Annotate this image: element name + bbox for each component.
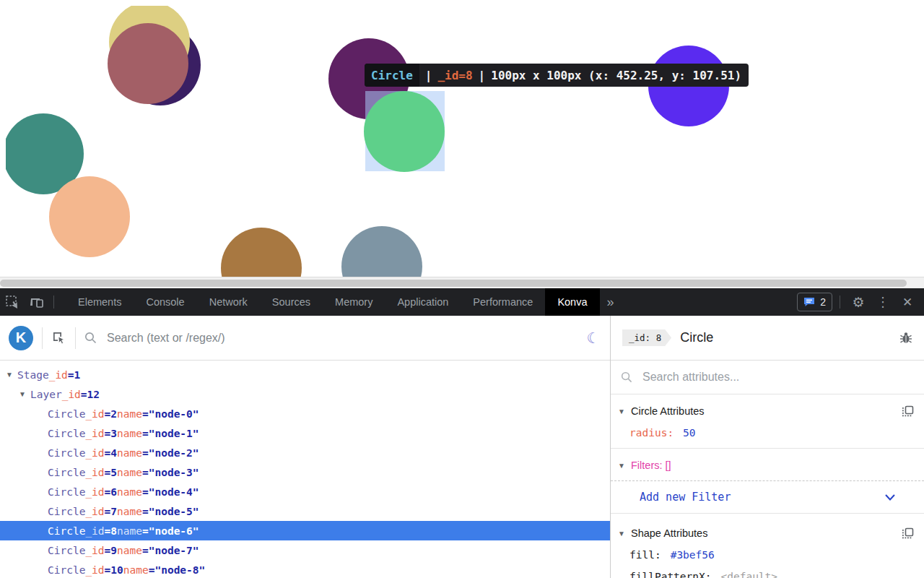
device-toolbar-icon[interactable]	[25, 288, 49, 316]
node-attr-value: ="node-3"	[142, 467, 199, 478]
inspect-element-icon[interactable]	[0, 288, 25, 316]
node-tag: Circle	[48, 564, 85, 576]
more-tabs-button[interactable]: »	[600, 295, 620, 310]
kebab-menu-icon[interactable]: ⋮	[872, 291, 894, 313]
details-header: _id: 8 Circle	[611, 316, 924, 361]
tab-konva[interactable]: Konva	[545, 288, 599, 316]
circle-attributes-header[interactable]: ▼ Circle Attributes	[611, 400, 924, 422]
tree-search-input[interactable]	[105, 331, 578, 345]
tab-elements[interactable]: Elements	[66, 288, 134, 316]
tree-node-circle-7[interactable]: Circle _id=7 name="node-5"	[0, 501, 610, 521]
node-attr-name: _id	[85, 564, 104, 576]
attribute-value[interactable]: 50	[683, 427, 695, 439]
konva-panel: K ☾ ▼Stage _id=1▼Layer _id=12Circle _id=…	[0, 316, 924, 578]
highlight-node-icon[interactable]	[902, 405, 914, 418]
disclosure-triangle-icon[interactable]: ▼	[19, 390, 30, 398]
node-tag: Circle	[48, 447, 85, 459]
node-attr-value: ="node-4"	[142, 486, 199, 498]
tree-node-circle-8[interactable]: Circle _id=8 name="node-6"	[0, 521, 610, 540]
circle-green-selected[interactable]	[364, 91, 445, 172]
filters-section: ▼ Filters: []	[611, 449, 924, 481]
tree-node-circle-6[interactable]: Circle _id=6 name="node-4"	[0, 482, 610, 501]
tree-node-circle-9[interactable]: Circle _id=9 name="node-7"	[0, 540, 610, 560]
konva-logo: K	[9, 326, 33, 350]
attribute-search-input[interactable]	[641, 370, 914, 384]
horizontal-scrollbar[interactable]	[0, 277, 924, 289]
attribute-row-fill[interactable]: fill: #3bef56	[611, 544, 924, 566]
node-attr-name: name	[117, 545, 142, 556]
node-tree: ▼Stage _id=1▼Layer _id=12Circle _id=2 na…	[0, 361, 610, 578]
tree-node-layer-12[interactable]: ▼Layer _id=12	[0, 384, 610, 404]
circle-brown[interactable]	[221, 228, 302, 277]
pick-node-icon[interactable]	[51, 330, 66, 345]
close-devtools-icon[interactable]: ✕	[897, 291, 918, 313]
tab-console[interactable]: Console	[134, 288, 196, 316]
node-attr-value: =6	[105, 486, 117, 498]
attribute-row-radius[interactable]: radius: 50	[611, 422, 924, 444]
add-filter-row[interactable]: Add new Filter	[611, 481, 924, 514]
highlight-node-icon[interactable]	[902, 527, 914, 540]
node-attr-value: =4	[105, 447, 117, 459]
tooltip-size: 100px x 100px (x: 452.25, y: 107.51)	[491, 69, 741, 82]
attribute-name: fill:	[629, 549, 661, 561]
filters-header[interactable]: ▼ Filters: []	[611, 454, 924, 476]
node-attr-value: ="node-7"	[142, 545, 199, 556]
disclosure-triangle-icon[interactable]: ▼	[6, 371, 17, 379]
dark-mode-toggle-icon[interactable]: ☾	[586, 329, 600, 347]
node-tag: Circle	[48, 467, 85, 478]
tab-sources[interactable]: Sources	[260, 288, 323, 316]
node-attr-name: name	[117, 525, 142, 537]
attribute-row-fillpatternx[interactable]: fillPatternX: <default>	[611, 566, 924, 578]
tooltip-separator: |	[479, 69, 486, 82]
shape-attributes-header[interactable]: ▼ Shape Attributes	[611, 522, 924, 544]
node-attr-value: =10	[105, 564, 123, 576]
circle-slate[interactable]	[341, 226, 422, 277]
tab-performance[interactable]: Performance	[461, 288, 545, 316]
node-attr-value: =9	[105, 545, 117, 556]
attribute-value[interactable]: <default>	[721, 571, 778, 578]
circle-maroon[interactable]	[108, 23, 188, 104]
debug-bug-icon[interactable]	[899, 332, 912, 345]
disclosure-triangle-icon[interactable]: ▼	[618, 407, 631, 415]
node-attr-value: ="node-5"	[142, 506, 199, 517]
tooltip-id: _id=8	[437, 69, 472, 82]
tree-node-circle-5[interactable]: Circle _id=5 name="node-3"	[0, 462, 610, 482]
tab-network[interactable]: Network	[197, 288, 260, 316]
node-attr-value: =2	[105, 408, 117, 420]
settings-gear-icon[interactable]: ⚙	[847, 291, 869, 313]
konva-toolbar: K ☾	[0, 316, 610, 361]
node-attr-name: name	[117, 506, 142, 517]
attribute-value[interactable]: #3bef56	[671, 549, 715, 561]
tree-node-circle-2[interactable]: Circle _id=2 name="node-0"	[0, 404, 610, 423]
node-attr-name: _id	[85, 467, 104, 478]
circle-peach[interactable]	[49, 176, 130, 257]
tree-node-circle-3[interactable]: Circle _id=3 name="node-1"	[0, 423, 610, 443]
node-tag: Layer	[30, 389, 62, 400]
issues-count: 2	[820, 296, 826, 308]
tab-application[interactable]: Application	[385, 288, 461, 316]
tab-memory[interactable]: Memory	[323, 288, 385, 316]
circle-attributes-section: ▼ Circle Attributes radius: 50	[611, 394, 924, 449]
node-attr-name: _id	[85, 447, 104, 459]
search-icon	[84, 332, 97, 344]
chevron-down-icon[interactable]	[885, 494, 895, 501]
scrollbar-thumb[interactable]	[0, 280, 907, 287]
tree-node-circle-4[interactable]: Circle _id=4 name="node-2"	[0, 443, 610, 462]
node-attr-name: name	[117, 428, 142, 439]
tooltip-separator: |	[425, 69, 432, 82]
selected-node-title: Circle	[680, 330, 713, 345]
node-tag: Circle	[48, 525, 85, 537]
shape-attributes-section: ▼ Shape Attributes fill: #3bef56 fillPat…	[611, 514, 924, 578]
search-icon	[621, 371, 632, 383]
disclosure-triangle-icon[interactable]: ▼	[618, 530, 631, 538]
konva-canvas[interactable]: Circle | _id=8 | 100px x 100px (x: 452.2…	[0, 0, 924, 277]
add-filter-label[interactable]: Add new Filter	[640, 491, 731, 504]
divider	[840, 296, 840, 309]
tree-node-circle-10[interactable]: Circle _id=10 name="node-8"	[0, 560, 610, 578]
disclosure-triangle-icon[interactable]: ▼	[618, 462, 631, 470]
konva-stage[interactable]	[6, 6, 918, 277]
issues-button[interactable]: 2	[797, 293, 832, 311]
node-attr-name: name	[123, 564, 149, 576]
node-tag: Circle	[48, 545, 85, 556]
tree-node-stage-1[interactable]: ▼Stage _id=1	[0, 365, 610, 384]
